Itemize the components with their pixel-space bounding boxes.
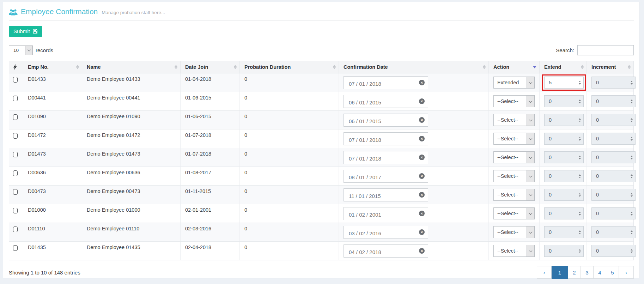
action-select[interactable]: --Select-- xyxy=(493,151,535,163)
number-stepper-icon[interactable] xyxy=(579,137,581,141)
table-row: D01110 Demo Employee 01110 02-03-2016 0 … xyxy=(9,223,633,242)
next-page-button[interactable]: › xyxy=(619,266,634,279)
page-button-5[interactable]: 5 xyxy=(606,266,619,279)
row-checkbox[interactable] xyxy=(13,208,18,213)
clear-date-icon[interactable]: × xyxy=(419,155,425,160)
chevron-down-icon xyxy=(25,46,32,55)
number-stepper-icon xyxy=(631,99,633,103)
clear-date-icon[interactable]: × xyxy=(419,211,425,216)
table-body: D01433 Demo Employee 01433 01-04-2018 0 … xyxy=(9,73,633,260)
increment-input[interactable]: 0 xyxy=(591,245,636,257)
number-stepper-icon[interactable] xyxy=(579,249,581,253)
submit-button[interactable]: Submit xyxy=(9,26,42,37)
increment-cell: 0 xyxy=(587,223,638,241)
number-stepper-icon[interactable] xyxy=(579,174,581,178)
confirmation-date-input[interactable]: 07 / 01 / 2018 × xyxy=(344,76,428,89)
extend-input[interactable]: 0 xyxy=(544,245,584,257)
clear-date-icon[interactable]: × xyxy=(419,248,425,254)
increment-input[interactable]: 0 xyxy=(591,95,636,107)
column-header-emp-no[interactable]: Emp No. xyxy=(23,61,82,73)
increment-input[interactable]: 0 xyxy=(591,207,636,219)
clear-date-icon[interactable]: × xyxy=(419,98,425,104)
action-select[interactable]: --Select-- xyxy=(493,226,535,238)
entries-summary: Showing 1 to 10 of 148 entries xyxy=(9,270,80,276)
clear-date-icon[interactable]: × xyxy=(419,229,425,235)
number-stepper-icon[interactable] xyxy=(579,212,581,216)
extend-input[interactable]: 0 xyxy=(544,133,584,145)
row-checkbox[interactable] xyxy=(13,170,18,176)
column-header-action[interactable]: Action xyxy=(489,61,540,73)
action-select[interactable]: Extended xyxy=(493,77,535,89)
confirmation-date-input[interactable]: 03 / 02 / 2016 × xyxy=(344,226,428,239)
number-stepper-icon[interactable] xyxy=(579,156,581,159)
increment-input[interactable]: 0 xyxy=(591,170,636,182)
action-select[interactable]: --Select-- xyxy=(493,207,535,219)
confirmation-date-input[interactable]: 04 / 02 / 2018 × xyxy=(344,244,428,258)
increment-input[interactable]: 0 xyxy=(591,114,636,126)
increment-input[interactable]: 0 xyxy=(591,77,636,89)
row-checkbox[interactable] xyxy=(13,152,18,157)
row-select-cell xyxy=(9,242,23,260)
row-checkbox[interactable] xyxy=(13,226,18,232)
confirmation-date-input[interactable]: 07 / 01 / 2018 × xyxy=(344,132,428,145)
row-checkbox[interactable] xyxy=(13,189,18,195)
confirmation-date-input[interactable]: 08 / 01 / 2017 × xyxy=(344,170,428,183)
clear-date-icon[interactable]: × xyxy=(419,173,425,179)
number-stepper-icon[interactable] xyxy=(579,193,581,197)
increment-input[interactable]: 0 xyxy=(591,189,636,201)
column-header-probation-duration[interactable]: Probation Duration xyxy=(240,61,339,73)
row-checkbox[interactable] xyxy=(13,77,18,83)
extend-input[interactable]: 0 xyxy=(544,207,584,219)
increment-input[interactable]: 0 xyxy=(591,151,636,163)
clear-date-icon[interactable]: × xyxy=(419,136,425,141)
increment-input[interactable]: 0 xyxy=(591,226,636,238)
page-button-2[interactable]: 2 xyxy=(568,266,581,279)
extend-input[interactable]: 0 xyxy=(544,151,584,163)
row-checkbox[interactable] xyxy=(13,133,18,139)
number-stepper-icon[interactable] xyxy=(579,99,581,103)
prev-page-button[interactable]: ‹ xyxy=(537,266,552,279)
clear-date-icon[interactable]: × xyxy=(419,80,425,85)
column-header-date-join[interactable]: Date Join xyxy=(181,61,240,73)
clear-date-icon[interactable]: × xyxy=(419,117,425,123)
action-select[interactable]: --Select-- xyxy=(493,133,535,145)
sort-icon xyxy=(581,65,584,69)
row-checkbox[interactable] xyxy=(13,114,18,120)
action-select[interactable]: --Select-- xyxy=(493,170,535,182)
page-button-1[interactable]: 1 xyxy=(552,266,568,279)
column-header-increment[interactable]: Increment xyxy=(587,61,633,73)
row-checkbox[interactable] xyxy=(13,96,18,101)
increment-input[interactable]: 0 xyxy=(591,133,636,145)
number-stepper-icon xyxy=(631,156,633,159)
extend-input[interactable]: 0 xyxy=(544,226,584,238)
extend-input[interactable]: 0 xyxy=(544,170,584,182)
column-header-extend[interactable]: Extend xyxy=(540,61,587,73)
action-select[interactable]: --Select-- xyxy=(493,114,535,126)
records-select[interactable]: 10 xyxy=(9,46,33,55)
action-select[interactable]: --Select-- xyxy=(493,95,535,107)
action-select[interactable]: --Select-- xyxy=(493,245,535,257)
number-stepper-icon[interactable] xyxy=(579,230,581,234)
confirmation-date-input[interactable]: 06 / 01 / 2015 × xyxy=(344,95,428,108)
number-stepper-icon[interactable] xyxy=(579,81,581,85)
employee-table: Emp No. Name Date Join Probation Duratio… xyxy=(9,61,634,260)
confirmation-date-input[interactable]: 06 / 01 / 2015 × xyxy=(344,114,428,127)
confirmation-date-input[interactable]: 07 / 01 / 2018 × xyxy=(344,151,428,164)
extend-input[interactable]: 0 xyxy=(544,95,584,107)
action-select[interactable]: --Select-- xyxy=(493,189,535,201)
column-header-confirmation-date[interactable]: Confirmation Date xyxy=(339,61,489,73)
extend-input[interactable]: 0 xyxy=(544,114,584,126)
page-button-3[interactable]: 3 xyxy=(581,266,594,279)
extend-input[interactable]: 5 xyxy=(544,77,584,89)
confirmation-date-input[interactable]: 01 / 02 / 2001 × xyxy=(344,207,428,220)
extend-input[interactable]: 0 xyxy=(544,189,584,201)
date-join-cell: 01-07-2018 xyxy=(181,129,240,148)
search-input[interactable] xyxy=(577,45,634,55)
confirmation-date-input[interactable]: 11 / 01 / 2015 × xyxy=(344,188,428,201)
row-checkbox[interactable] xyxy=(13,245,18,251)
clear-date-icon[interactable]: × xyxy=(419,192,425,198)
emp-no-cell: D01090 xyxy=(23,111,82,129)
number-stepper-icon[interactable] xyxy=(579,118,581,122)
column-header-name[interactable]: Name xyxy=(82,61,181,73)
page-button-4[interactable]: 4 xyxy=(594,266,606,279)
